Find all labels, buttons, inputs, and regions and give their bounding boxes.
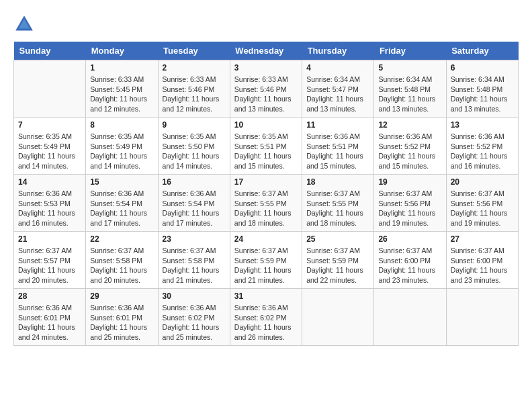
day-info: Sunrise: 6:37 AMSunset: 5:59 PMDaylight:… — [234, 246, 298, 285]
day-info: Sunrise: 6:36 AMSunset: 6:01 PMDaylight:… — [90, 303, 153, 342]
calendar-week-1: 1Sunrise: 6:33 AMSunset: 5:45 PMDaylight… — [14, 60, 519, 118]
weekday-header-friday: Friday — [374, 42, 446, 60]
calendar-cell: 3Sunrise: 6:33 AMSunset: 5:46 PMDaylight… — [230, 60, 302, 118]
day-info: Sunrise: 6:35 AMSunset: 5:50 PMDaylight:… — [163, 132, 226, 171]
day-info: Sunrise: 6:36 AMSunset: 6:01 PMDaylight:… — [18, 303, 81, 342]
day-number: 8 — [90, 120, 153, 130]
day-number: 29 — [90, 291, 153, 301]
calendar-cell: 6Sunrise: 6:34 AMSunset: 5:48 PMDaylight… — [446, 60, 518, 118]
day-info: Sunrise: 6:37 AMSunset: 5:58 PMDaylight:… — [163, 246, 226, 285]
calendar-cell: 24Sunrise: 6:37 AMSunset: 5:59 PMDayligh… — [230, 232, 302, 289]
calendar-cell — [374, 289, 446, 346]
day-number: 6 — [451, 63, 514, 73]
calendar-cell: 5Sunrise: 6:34 AMSunset: 5:48 PMDaylight… — [374, 60, 446, 118]
logo — [13, 13, 38, 35]
calendar-cell — [14, 60, 86, 118]
calendar-cell — [302, 289, 374, 346]
day-info: Sunrise: 6:36 AMSunset: 6:02 PMDaylight:… — [163, 303, 226, 342]
day-number: 7 — [18, 120, 81, 130]
day-info: Sunrise: 6:37 AMSunset: 5:55 PMDaylight:… — [306, 189, 369, 228]
day-info: Sunrise: 6:37 AMSunset: 5:56 PMDaylight:… — [378, 189, 441, 228]
day-number: 30 — [163, 291, 226, 301]
day-number: 5 — [378, 63, 441, 73]
day-number: 24 — [234, 234, 298, 244]
day-info: Sunrise: 6:34 AMSunset: 5:48 PMDaylight:… — [378, 75, 441, 114]
day-info: Sunrise: 6:37 AMSunset: 5:58 PMDaylight:… — [90, 246, 153, 285]
calendar-week-5: 28Sunrise: 6:36 AMSunset: 6:01 PMDayligh… — [14, 289, 519, 346]
day-number: 26 — [378, 234, 441, 244]
day-info: Sunrise: 6:34 AMSunset: 5:48 PMDaylight:… — [451, 75, 514, 114]
calendar-cell: 13Sunrise: 6:36 AMSunset: 5:52 PMDayligh… — [446, 118, 518, 175]
calendar-cell: 30Sunrise: 6:36 AMSunset: 6:02 PMDayligh… — [158, 289, 230, 346]
calendar-cell: 4Sunrise: 6:34 AMSunset: 5:47 PMDaylight… — [302, 60, 374, 118]
day-number: 14 — [18, 177, 81, 187]
day-number: 27 — [451, 234, 514, 244]
day-number: 31 — [234, 291, 298, 301]
day-number: 17 — [234, 177, 298, 187]
calendar-cell: 2Sunrise: 6:33 AMSunset: 5:46 PMDaylight… — [158, 60, 230, 118]
day-info: Sunrise: 6:36 AMSunset: 5:52 PMDaylight:… — [378, 132, 441, 171]
calendar-cell: 21Sunrise: 6:37 AMSunset: 5:57 PMDayligh… — [14, 232, 86, 289]
calendar-cell — [446, 289, 518, 346]
day-info: Sunrise: 6:37 AMSunset: 5:55 PMDaylight:… — [234, 189, 298, 228]
calendar-cell: 25Sunrise: 6:37 AMSunset: 5:59 PMDayligh… — [302, 232, 374, 289]
calendar-cell: 23Sunrise: 6:37 AMSunset: 5:58 PMDayligh… — [158, 232, 230, 289]
calendar-cell: 31Sunrise: 6:36 AMSunset: 6:02 PMDayligh… — [230, 289, 302, 346]
day-info: Sunrise: 6:33 AMSunset: 5:46 PMDaylight:… — [163, 75, 226, 114]
day-number: 1 — [90, 63, 153, 73]
calendar-cell: 14Sunrise: 6:36 AMSunset: 5:53 PMDayligh… — [14, 175, 86, 232]
day-number: 20 — [451, 177, 514, 187]
calendar-table: SundayMondayTuesdayWednesdayThursdayFrid… — [13, 42, 519, 346]
calendar-cell: 9Sunrise: 6:35 AMSunset: 5:50 PMDaylight… — [158, 118, 230, 175]
day-number: 15 — [90, 177, 153, 187]
weekday-header-monday: Monday — [86, 42, 158, 60]
day-number: 9 — [163, 120, 226, 130]
day-info: Sunrise: 6:36 AMSunset: 5:52 PMDaylight:… — [451, 132, 514, 171]
day-info: Sunrise: 6:34 AMSunset: 5:47 PMDaylight:… — [306, 75, 369, 114]
calendar-cell: 15Sunrise: 6:36 AMSunset: 5:54 PMDayligh… — [86, 175, 158, 232]
calendar-cell: 18Sunrise: 6:37 AMSunset: 5:55 PMDayligh… — [302, 175, 374, 232]
calendar-cell: 10Sunrise: 6:35 AMSunset: 5:51 PMDayligh… — [230, 118, 302, 175]
calendar-cell: 29Sunrise: 6:36 AMSunset: 6:01 PMDayligh… — [86, 289, 158, 346]
day-info: Sunrise: 6:35 AMSunset: 5:49 PMDaylight:… — [90, 132, 153, 171]
day-number: 21 — [18, 234, 81, 244]
day-number: 19 — [378, 177, 441, 187]
day-number: 23 — [163, 234, 226, 244]
day-info: Sunrise: 6:36 AMSunset: 5:53 PMDaylight:… — [18, 189, 81, 228]
day-info: Sunrise: 6:37 AMSunset: 5:56 PMDaylight:… — [451, 189, 514, 228]
calendar-cell: 17Sunrise: 6:37 AMSunset: 5:55 PMDayligh… — [230, 175, 302, 232]
day-number: 2 — [163, 63, 226, 73]
calendar-cell: 22Sunrise: 6:37 AMSunset: 5:58 PMDayligh… — [86, 232, 158, 289]
day-info: Sunrise: 6:37 AMSunset: 6:00 PMDaylight:… — [378, 246, 441, 285]
day-number: 18 — [306, 177, 369, 187]
day-number: 16 — [163, 177, 226, 187]
day-info: Sunrise: 6:37 AMSunset: 6:00 PMDaylight:… — [451, 246, 514, 285]
day-info: Sunrise: 6:36 AMSunset: 5:54 PMDaylight:… — [163, 189, 226, 228]
calendar-cell: 1Sunrise: 6:33 AMSunset: 5:45 PMDaylight… — [86, 60, 158, 118]
day-number: 13 — [451, 120, 514, 130]
calendar-body: 1Sunrise: 6:33 AMSunset: 5:45 PMDaylight… — [14, 60, 519, 346]
logo-icon — [13, 13, 35, 35]
day-info: Sunrise: 6:37 AMSunset: 5:57 PMDaylight:… — [18, 246, 81, 285]
day-info: Sunrise: 6:33 AMSunset: 5:45 PMDaylight:… — [90, 75, 153, 114]
day-info: Sunrise: 6:33 AMSunset: 5:46 PMDaylight:… — [234, 75, 298, 114]
weekday-header-tuesday: Tuesday — [158, 42, 230, 60]
day-number: 12 — [378, 120, 441, 130]
day-number: 4 — [306, 63, 369, 73]
calendar-cell: 19Sunrise: 6:37 AMSunset: 5:56 PMDayligh… — [374, 175, 446, 232]
day-info: Sunrise: 6:37 AMSunset: 5:59 PMDaylight:… — [306, 246, 369, 285]
calendar-cell: 28Sunrise: 6:36 AMSunset: 6:01 PMDayligh… — [14, 289, 86, 346]
weekday-header-wednesday: Wednesday — [230, 42, 302, 60]
day-number: 25 — [306, 234, 369, 244]
calendar-week-4: 21Sunrise: 6:37 AMSunset: 5:57 PMDayligh… — [14, 232, 519, 289]
weekday-header-saturday: Saturday — [446, 42, 518, 60]
calendar-cell: 20Sunrise: 6:37 AMSunset: 5:56 PMDayligh… — [446, 175, 518, 232]
calendar-cell: 11Sunrise: 6:36 AMSunset: 5:51 PMDayligh… — [302, 118, 374, 175]
calendar-cell: 16Sunrise: 6:36 AMSunset: 5:54 PMDayligh… — [158, 175, 230, 232]
day-number: 22 — [90, 234, 153, 244]
calendar-cell: 26Sunrise: 6:37 AMSunset: 6:00 PMDayligh… — [374, 232, 446, 289]
weekday-header-thursday: Thursday — [302, 42, 374, 60]
calendar-week-2: 7Sunrise: 6:35 AMSunset: 5:49 PMDaylight… — [14, 118, 519, 175]
calendar-cell: 12Sunrise: 6:36 AMSunset: 5:52 PMDayligh… — [374, 118, 446, 175]
day-info: Sunrise: 6:36 AMSunset: 5:51 PMDaylight:… — [306, 132, 369, 171]
